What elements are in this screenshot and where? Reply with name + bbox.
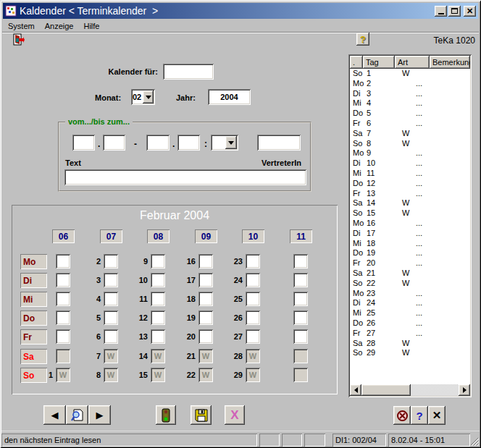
from-day-input[interactable] [72,135,95,151]
day-list-row[interactable]: Mi4... [350,98,470,109]
to-day-input[interactable] [146,135,170,151]
day-cell[interactable] [151,310,165,325]
text-input[interactable] [64,169,306,185]
day-list-row[interactable]: Di17... [350,229,470,239]
search-entry-button[interactable] [66,405,88,425]
day-cell[interactable] [246,273,260,287]
day-list-row[interactable]: Sa7W [350,129,470,139]
day-cell[interactable] [198,292,213,306]
monat-dropdown-button[interactable] [143,90,154,103]
next-entry-button[interactable]: ▶ [88,405,111,425]
scrollbar-thumb[interactable] [361,384,411,396]
day-cell[interactable] [151,329,165,344]
day-list-row[interactable]: Mo23... [350,289,470,299]
day-list-row[interactable]: Sa21W [350,269,470,279]
day-cell[interactable] [56,292,70,306]
day-list-row[interactable]: Fr6... [350,119,470,129]
day-cell[interactable] [198,310,213,325]
day-cell[interactable] [56,310,70,325]
delete-button[interactable]: X [225,405,245,425]
day-cell[interactable] [151,273,165,287]
day-list-row[interactable]: So15W [350,208,470,219]
day-list-row[interactable]: Mo2... [350,79,470,89]
day-cell[interactable] [151,254,165,269]
day-list-row[interactable]: Fr13... [350,189,470,199]
list-header-bemerkung[interactable]: Bemerkung [430,56,470,69]
kalender-fuer-input[interactable] [163,64,214,80]
day-cell[interactable] [104,329,118,344]
day-cell[interactable] [246,254,260,269]
maximize-button[interactable] [448,6,461,17]
day-cell[interactable] [104,310,118,325]
day-cell[interactable] [246,329,260,344]
day-list-row[interactable]: Mi11... [350,169,470,179]
day-cell[interactable] [198,254,213,269]
help-topic-button[interactable]: ? [356,33,369,46]
day-cell[interactable] [293,254,308,269]
day-list-row[interactable]: So1W [350,69,470,79]
day-list-row[interactable]: Di3... [350,89,470,99]
menu-hilfe[interactable]: Hilfe [78,20,104,32]
jahr-input[interactable] [208,89,251,105]
list-header-dot[interactable]: . [350,56,363,69]
day-cell[interactable] [293,273,308,287]
day-cell[interactable] [293,292,308,306]
day-cell[interactable] [151,292,165,306]
menu-anzeige[interactable]: Anzeige [40,20,79,32]
day-cell[interactable] [104,254,118,269]
traffic-light-button[interactable] [156,405,176,425]
day-list-row[interactable]: Mo9... [350,148,470,159]
day-cell[interactable] [246,310,260,325]
day-list-row[interactable]: Sa28W [350,339,470,349]
scrollbar-track[interactable] [411,384,459,396]
day-list-row[interactable]: Do26... [350,318,470,329]
list-header-art[interactable]: Art [395,56,430,69]
save-button[interactable] [191,405,212,425]
day-cell[interactable] [198,329,213,344]
close-button[interactable]: ✕ [464,6,476,17]
from-month-input[interactable] [103,135,125,151]
row-more: ... [416,308,422,318]
to-month-input[interactable] [177,135,200,151]
day-list-row[interactable]: So22W [350,279,470,289]
day-list-row[interactable]: Di10... [350,159,470,169]
day-cell[interactable] [56,254,70,269]
day-list-row[interactable]: Do5... [350,109,470,119]
list-header-tag[interactable]: Tag [363,56,395,69]
day-list-row[interactable]: So8W [350,139,470,149]
day-cell[interactable] [293,329,308,344]
vertreter-input[interactable] [257,135,301,151]
day-list-row[interactable]: Do12... [350,179,470,189]
resize-grip-icon[interactable] [469,436,479,446]
day-list-row[interactable]: Di24... [350,298,470,308]
monat-combobox[interactable]: 02 [131,89,155,105]
exit-button[interactable]: ✕ [428,406,446,425]
day-list-row[interactable]: Do19... [350,248,470,258]
kalender-fuer-label: Kalender für: [87,67,158,76]
day-list-row[interactable]: Mi18... [350,239,470,249]
day-cell[interactable] [198,273,213,287]
day-list-row[interactable]: Mo16... [350,219,470,229]
day-list-row[interactable]: So29W [350,348,470,358]
horizontal-scrollbar[interactable] [350,384,470,396]
minimize-button[interactable] [435,6,447,17]
scroll-right-button[interactable] [459,384,470,396]
day-cell[interactable] [293,310,308,325]
day-list-row[interactable]: Fr20... [350,258,470,269]
time-dropdown-button[interactable] [225,136,237,149]
day-cell[interactable] [56,329,70,344]
scroll-left-button[interactable] [350,384,361,396]
time-combobox[interactable] [211,135,238,151]
day-list-row[interactable]: Sa14W [350,198,470,208]
prev-entry-button[interactable]: ◀ [43,405,66,425]
exit-door-icon[interactable] [13,33,25,46]
day-cell[interactable] [104,273,118,287]
help-button[interactable]: ? [411,406,428,425]
menu-system[interactable]: System [3,20,40,32]
day-list-row[interactable]: Fr27... [350,329,470,339]
day-cell[interactable] [246,292,260,306]
day-cell[interactable] [56,273,70,287]
cancel-button[interactable] [393,406,411,425]
day-cell[interactable] [104,292,118,306]
day-list-row[interactable]: Mi25... [350,308,470,318]
